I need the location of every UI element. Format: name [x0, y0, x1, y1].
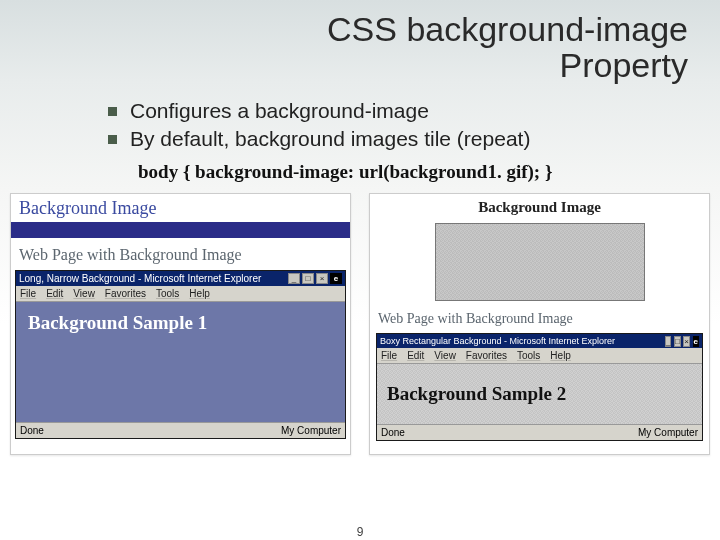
browser-window-left: Long, Narrow Background - Microsoft Inte… [15, 270, 346, 439]
right-subhead: Web Page with Background Image [370, 307, 709, 333]
maximize-button[interactable]: □ [302, 273, 314, 284]
left-window-title: Long, Narrow Background - Microsoft Inte… [19, 273, 261, 284]
right-menubar: File Edit View Favorites Tools Help [377, 348, 702, 364]
left-titlebar: Long, Narrow Background - Microsoft Inte… [16, 271, 345, 286]
right-sample-swatch [435, 223, 645, 301]
code-sample: body { background-image: url(background1… [0, 159, 720, 189]
menu-file[interactable]: File [20, 288, 36, 299]
example-left: Background Image Web Page with Backgroun… [10, 193, 351, 455]
browser-window-right: Boxy Rectangular Background - Microsoft … [376, 333, 703, 441]
menu-edit[interactable]: Edit [46, 288, 63, 299]
status-left-text: Done [381, 427, 405, 438]
minimize-button[interactable]: _ [665, 336, 671, 347]
examples-row: Background Image Web Page with Backgroun… [0, 189, 720, 455]
right-window-title: Boxy Rectangular Background - Microsoft … [380, 336, 615, 346]
example-right: Background Image Web Page with Backgroun… [369, 193, 710, 455]
status-right-text: My Computer [638, 427, 698, 438]
minimize-button[interactable]: _ [288, 273, 300, 284]
window-buttons: _ □ × e [288, 273, 342, 284]
menu-tools[interactable]: Tools [156, 288, 179, 299]
menu-file[interactable]: File [381, 350, 397, 361]
left-menubar: File Edit View Favorites Tools Help [16, 286, 345, 302]
menu-view[interactable]: View [434, 350, 456, 361]
title-line-2: Property [560, 46, 689, 84]
menu-favorites[interactable]: Favorites [105, 288, 146, 299]
left-swatch-title: Background Image [11, 194, 350, 222]
window-buttons: _ □ × e [665, 336, 699, 346]
title-line-1: CSS background-image [327, 10, 688, 48]
menu-view[interactable]: View [73, 288, 95, 299]
page-number: 9 [353, 524, 368, 540]
menu-favorites[interactable]: Favorites [466, 350, 507, 361]
left-subhead: Web Page with Background Image [11, 238, 350, 270]
status-left-text: Done [20, 425, 44, 436]
left-content-heading: Background Sample 1 [28, 312, 333, 334]
right-content-area: Background Sample 2 [377, 364, 702, 424]
right-swatch-title: Background Image [370, 194, 709, 221]
close-button[interactable]: × [316, 273, 328, 284]
left-statusbar: Done My Computer [16, 422, 345, 438]
slide-title: CSS background-image Property [0, 0, 720, 91]
left-sample-stripe [11, 222, 350, 238]
menu-help[interactable]: Help [550, 350, 571, 361]
bullet-list: Configures a background-image By default… [0, 91, 720, 159]
maximize-button[interactable]: □ [674, 336, 681, 347]
menu-help[interactable]: Help [189, 288, 210, 299]
right-statusbar: Done My Computer [377, 424, 702, 440]
bullet-item: By default, background images tile (repe… [130, 125, 696, 153]
right-titlebar: Boxy Rectangular Background - Microsoft … [377, 334, 702, 348]
bullet-item: Configures a background-image [130, 97, 696, 125]
ie-logo-icon: e [330, 273, 342, 284]
status-right-text: My Computer [281, 425, 341, 436]
left-content-area: Background Sample 1 [16, 302, 345, 422]
menu-edit[interactable]: Edit [407, 350, 424, 361]
menu-tools[interactable]: Tools [517, 350, 540, 361]
close-button[interactable]: × [683, 336, 690, 347]
ie-logo-icon: e [693, 336, 699, 347]
right-content-heading: Background Sample 2 [377, 383, 566, 405]
